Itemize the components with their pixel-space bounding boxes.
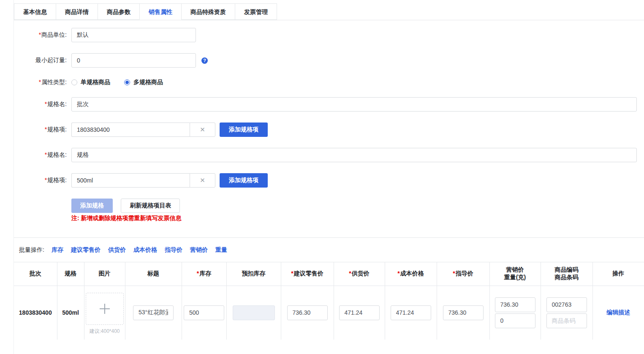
col-header-image: 图片 <box>84 262 125 286</box>
suggested-retail-input[interactable] <box>287 305 328 320</box>
col-header-actions: 操作 <box>592 262 644 286</box>
spec-item-label: *规格项: <box>14 126 67 133</box>
required-asterisk: * <box>45 177 47 183</box>
required-asterisk: * <box>45 151 47 158</box>
supply-price-input[interactable] <box>339 305 380 320</box>
tab-product-params[interactable]: 商品参数 <box>98 3 140 20</box>
required-asterisk: * <box>45 126 47 133</box>
table-row: 1803830400 500ml 建议:400*400 <box>14 286 644 340</box>
cell-guide-price <box>437 286 489 340</box>
image-upload-button[interactable] <box>86 293 124 325</box>
bulk-actions-label: 批量操作: <box>19 246 44 254</box>
marketing-price-input[interactable] <box>495 297 535 312</box>
edit-description-link[interactable]: 编辑描述 <box>606 309 630 316</box>
form-row-unit: *商品单位: <box>14 28 644 42</box>
guide-price-input[interactable] <box>443 305 484 320</box>
col-header-code-barcode: 商品编码商品条码 <box>541 262 592 286</box>
bulk-action-marketing-price[interactable]: 营销价 <box>190 246 208 254</box>
spec-name-input-2[interactable] <box>71 148 637 162</box>
radio-multi-spec-label: 多规格商品 <box>133 79 163 86</box>
spec-name-label: *规格名: <box>14 151 67 159</box>
bulk-action-supply-price[interactable]: 供货价 <box>108 246 126 254</box>
cell-marketing-weight <box>489 286 541 340</box>
cell-cost-price <box>385 286 437 340</box>
weight-input[interactable] <box>495 313 535 328</box>
add-spec-item-button-2[interactable]: 添加规格项 <box>220 173 268 188</box>
spec-name-label: *规格名: <box>14 101 67 108</box>
min-order-input[interactable] <box>71 53 196 68</box>
tab-basic-info[interactable]: 基本信息 <box>14 3 56 20</box>
cell-suggested-retail <box>281 286 334 340</box>
col-header-reserved-stock: 预扣库存 <box>226 262 281 286</box>
title-input[interactable] <box>133 305 174 320</box>
tab-sales-attributes[interactable]: 销售属性 <box>139 3 182 20</box>
min-order-label: 最小起订量: <box>14 57 67 64</box>
required-asterisk: * <box>397 270 399 277</box>
product-code-input[interactable] <box>546 297 587 312</box>
bulk-action-suggested-retail[interactable]: 建议零售价 <box>71 246 101 254</box>
form-row-spec-item-2: *规格项: ✕ 添加规格项 <box>14 173 644 188</box>
col-header-cost-price: *成本价格 <box>385 262 437 286</box>
required-asterisk: * <box>453 270 455 277</box>
col-header-guide-price: *指导价 <box>437 262 489 286</box>
required-asterisk: * <box>291 270 293 277</box>
table-header-row: 批次 规格 图片 标题 *库存 预扣库存 *建议零售价 *供货价 *成本价格 *… <box>14 262 644 286</box>
col-header-stock: *库存 <box>182 262 226 286</box>
tab-special-qualification[interactable]: 商品特殊资质 <box>181 3 235 20</box>
cell-spec: 500ml <box>57 286 84 340</box>
required-asterisk: * <box>197 270 199 277</box>
clear-spec-item-button-2[interactable]: ✕ <box>190 173 215 188</box>
spec-item-label: *规格项: <box>14 177 67 184</box>
radio-single-spec[interactable]: 单规格商品 <box>71 79 110 86</box>
unit-input[interactable] <box>71 28 196 42</box>
bulk-action-stock[interactable]: 库存 <box>52 246 63 254</box>
sku-table: 批次 规格 图片 标题 *库存 预扣库存 *建议零售价 *供货价 *成本价格 *… <box>14 262 644 340</box>
form-row-min-order: 最小起订量: ? <box>14 53 644 68</box>
cell-batch: 1803830400 <box>14 286 57 340</box>
bulk-action-cost-price[interactable]: 成本价格 <box>133 246 157 254</box>
product-edit-page: 基本信息 商品详情 商品参数 销售属性 商品特殊资质 发票管理 *商品单位: 最… <box>14 0 644 354</box>
cell-stock <box>182 286 226 340</box>
close-icon: ✕ <box>200 126 205 133</box>
bulk-action-weight[interactable]: 重量 <box>215 246 227 254</box>
col-header-supply-price: *供货价 <box>334 262 385 286</box>
spec-change-warning-note: 注: 新增或删除规格项需重新填写发票信息 <box>71 215 644 222</box>
cost-price-input[interactable] <box>391 305 431 320</box>
required-asterisk: * <box>45 101 47 107</box>
spec-actions-row: 添加规格 刷新规格项目表 <box>71 199 644 213</box>
form-row-spec-name-2: *规格名: <box>14 148 644 162</box>
cell-code-barcode <box>541 286 592 340</box>
close-icon: ✕ <box>200 177 205 184</box>
plus-icon <box>100 304 110 314</box>
col-header-marketing-weight: 营销价重量(克) <box>489 262 541 286</box>
tab-product-detail[interactable]: 商品详情 <box>56 3 98 20</box>
add-spec-button[interactable]: 添加规格 <box>71 199 113 213</box>
cell-image: 建议:400*400 <box>84 286 125 340</box>
help-icon[interactable]: ? <box>201 57 208 64</box>
cell-supply-price <box>334 286 385 340</box>
image-upload-hint: 建议:400*400 <box>84 328 125 335</box>
barcode-input[interactable] <box>546 313 587 328</box>
form-row-attr-type: *属性类型: 单规格商品 多规格商品 <box>14 79 644 86</box>
col-header-suggested-retail: *建议零售价 <box>281 262 334 286</box>
spec-item-input-1[interactable] <box>71 123 190 137</box>
attr-type-label: *属性类型: <box>14 79 67 86</box>
cell-reserved-stock <box>226 286 281 340</box>
cell-actions: 编辑描述 <box>592 286 644 340</box>
sales-attributes-form: *商品单位: 最小起订量: ? *属性类型: 单规格商品 多规格商品 <box>14 20 644 222</box>
bulk-actions-bar: 批量操作: 库存 建议零售价 供货价 成本价格 指导价 营销价 重量 <box>14 238 644 262</box>
radio-icon <box>71 79 77 85</box>
tab-bar: 基本信息 商品详情 商品参数 销售属性 商品特殊资质 发票管理 <box>14 0 644 20</box>
sku-table-section: 批量操作: 库存 建议零售价 供货价 成本价格 指导价 营销价 重量 批次 规格… <box>14 237 644 340</box>
required-asterisk: * <box>349 270 351 277</box>
clear-spec-item-button-1[interactable]: ✕ <box>190 123 215 137</box>
stock-input[interactable] <box>184 305 224 320</box>
spec-name-input-1[interactable] <box>71 97 637 112</box>
refresh-spec-table-button[interactable]: 刷新规格项目表 <box>121 199 180 213</box>
tab-invoice-management[interactable]: 发票管理 <box>235 3 277 20</box>
bulk-action-guide-price[interactable]: 指导价 <box>165 246 182 254</box>
cell-title <box>125 286 182 340</box>
radio-multi-spec[interactable]: 多规格商品 <box>124 79 163 86</box>
add-spec-item-button-1[interactable]: 添加规格项 <box>220 123 268 137</box>
spec-item-input-2[interactable] <box>71 173 190 188</box>
